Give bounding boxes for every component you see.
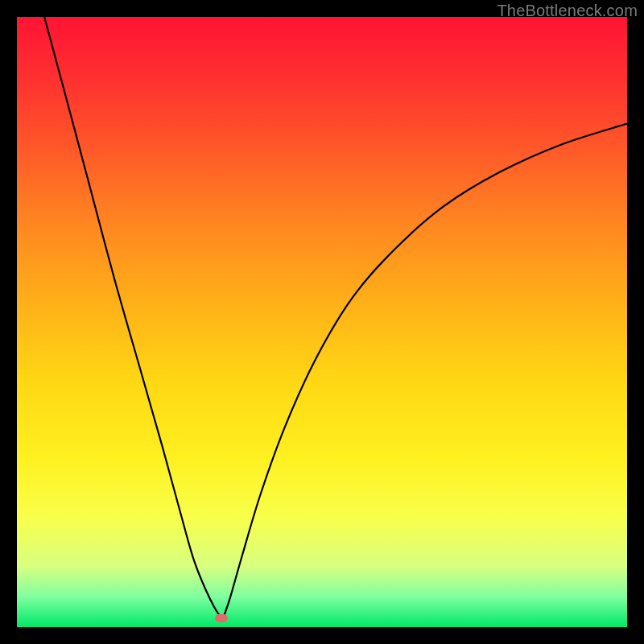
minimum-marker: [215, 614, 228, 622]
watermark-text: TheBottleneck.com: [497, 2, 638, 20]
curve-left-branch: [44, 17, 221, 618]
curve-right-branch: [225, 124, 627, 615]
chart-plot-area: [17, 17, 627, 627]
bottleneck-curve: [17, 17, 627, 627]
